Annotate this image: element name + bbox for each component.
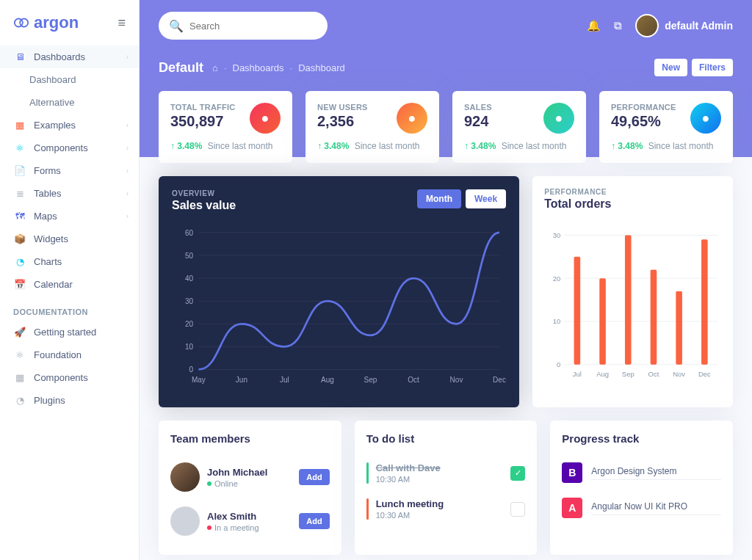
grid-icon[interactable]: ⧉ bbox=[614, 19, 622, 32]
nav-label: Widgets bbox=[34, 233, 68, 244]
nav-item-dashboards[interactable]: 🖥Dashboards› bbox=[0, 46, 139, 68]
crumb-0[interactable]: Dashboards bbox=[233, 62, 284, 73]
nav-item-foundation[interactable]: ⚛Foundation bbox=[0, 343, 139, 366]
nav-label: Charts bbox=[34, 256, 62, 267]
svg-text:Nov: Nov bbox=[450, 376, 463, 384]
grid-icon: ▦ bbox=[13, 372, 26, 383]
svg-point-1 bbox=[20, 19, 28, 27]
stat-delta: ↑ 3.48% Since last month bbox=[170, 141, 281, 151]
nav-item-calendar[interactable]: 📅Calendar bbox=[0, 273, 139, 296]
nav-item-getting-started[interactable]: 🚀Getting started bbox=[0, 321, 139, 343]
member-avatar bbox=[170, 506, 200, 536]
svg-text:Jul: Jul bbox=[280, 376, 289, 384]
nav-label: Maps bbox=[34, 211, 57, 222]
progress-name: Argon Design System bbox=[591, 466, 721, 480]
svg-text:30: 30 bbox=[553, 231, 561, 239]
todo-time: 10:30 AM bbox=[376, 475, 441, 484]
nav-item-charts[interactable]: ◔Charts bbox=[0, 250, 139, 273]
orders-pre: PERFORMANCE bbox=[544, 188, 611, 196]
menu-toggle-icon[interactable]: ≡ bbox=[118, 15, 126, 31]
home-icon[interactable]: ⌂ bbox=[212, 62, 218, 73]
add-member-button[interactable]: Add bbox=[299, 469, 329, 485]
bell-icon[interactable]: 🔔 bbox=[587, 19, 601, 32]
stat-card-total-traffic: TOTAL TRAFFIC350,897●↑ 3.48% Since last … bbox=[159, 91, 292, 163]
svg-text:Dec: Dec bbox=[698, 370, 711, 378]
todo-bar bbox=[366, 462, 369, 484]
stat-icon: ● bbox=[250, 103, 281, 134]
svg-text:Jul: Jul bbox=[573, 370, 582, 378]
stat-label: NEW USERS bbox=[317, 103, 368, 112]
nav-item-components[interactable]: ⚛Components› bbox=[0, 137, 139, 159]
search-box[interactable]: 🔍 bbox=[159, 12, 328, 40]
svg-text:40: 40 bbox=[185, 274, 194, 283]
svg-rect-43 bbox=[701, 239, 708, 364]
list-icon: ≣ bbox=[13, 188, 26, 199]
svg-text:60: 60 bbox=[185, 229, 194, 237]
svg-text:Dec: Dec bbox=[493, 376, 506, 384]
svg-text:Sep: Sep bbox=[364, 376, 377, 384]
rocket-icon: 🚀 bbox=[13, 327, 26, 338]
nav-item-widgets[interactable]: 📦Widgets bbox=[0, 228, 139, 250]
sales-chart-card: OVERVIEW Sales value Month Week 01020304… bbox=[159, 176, 519, 407]
chevron-right-icon: › bbox=[126, 189, 129, 197]
svg-text:10: 10 bbox=[553, 317, 561, 325]
nav-label: Getting started bbox=[34, 327, 96, 338]
nav-item-tables[interactable]: ≣Tables› bbox=[0, 182, 139, 205]
nav-label: Calendar bbox=[34, 279, 73, 290]
nav-item-plugins[interactable]: ◔Plugins bbox=[0, 389, 139, 412]
toggle-month[interactable]: Month bbox=[417, 189, 461, 208]
atom-icon: ⚛ bbox=[13, 349, 26, 360]
avatar bbox=[635, 14, 659, 37]
todo-bar bbox=[366, 498, 369, 520]
brand-logo[interactable]: argon bbox=[13, 13, 79, 32]
chevron-right-icon: › bbox=[126, 167, 129, 175]
member-status: Online bbox=[207, 479, 267, 488]
nav-label: Foundation bbox=[34, 349, 82, 360]
todo-checkbox[interactable] bbox=[510, 502, 525, 517]
nav-item-maps[interactable]: 🗺Maps› bbox=[0, 205, 139, 228]
todo-item[interactable]: Call with Dave10:30 AM✓ bbox=[366, 455, 526, 491]
crumb-1[interactable]: Dashboard bbox=[298, 62, 345, 73]
stat-card-performance: PERFORMANCE49,65%●↑ 3.48% Since last mon… bbox=[599, 91, 733, 163]
svg-rect-41 bbox=[651, 269, 657, 364]
chevron-right-icon: › bbox=[126, 212, 129, 220]
todo-time: 10:30 AM bbox=[376, 511, 444, 520]
todo-item[interactable]: Lunch meeting10:30 AM bbox=[366, 491, 526, 527]
cal-icon: 📅 bbox=[13, 279, 26, 290]
nav-item-dashboard[interactable]: Dashboard bbox=[0, 68, 139, 91]
sidebar: argon ≡ 🖥Dashboards›DashboardAlternative… bbox=[0, 0, 140, 560]
user-name: default Admin bbox=[665, 20, 733, 32]
team-member: Alex SmithIn a meetingAdd bbox=[170, 499, 330, 543]
new-button[interactable]: New bbox=[654, 59, 687, 76]
search-input[interactable] bbox=[189, 21, 317, 32]
add-member-button[interactable]: Add bbox=[299, 513, 329, 529]
svg-text:30: 30 bbox=[185, 297, 194, 305]
chevron-right-icon: › bbox=[126, 53, 129, 61]
grid-icon: ▦ bbox=[13, 120, 26, 131]
nav-item-alternative[interactable]: Alternative bbox=[0, 91, 139, 114]
member-name: John Michael bbox=[207, 467, 267, 478]
svg-text:20: 20 bbox=[553, 274, 561, 283]
todo-checkbox[interactable]: ✓ bbox=[510, 466, 525, 481]
user-menu[interactable]: default Admin bbox=[635, 14, 733, 37]
nav-item-components[interactable]: ▦Components bbox=[0, 366, 139, 389]
svg-text:10: 10 bbox=[185, 343, 194, 351]
filters-button[interactable]: Filters bbox=[692, 59, 733, 76]
nav-label: Components bbox=[34, 372, 88, 383]
pie-icon: ◔ bbox=[13, 395, 26, 406]
chevron-right-icon: › bbox=[126, 144, 129, 152]
sales-line-chart: 0102030405060MayJunJulAugSepOctNovDec bbox=[172, 218, 506, 394]
nav-item-examples[interactable]: ▦Examples› bbox=[0, 114, 139, 137]
stat-delta: ↑ 3.48% Since last month bbox=[464, 141, 574, 151]
nav-label: Tables bbox=[34, 188, 62, 199]
chevron-right-icon: › bbox=[126, 121, 129, 129]
progress-name: Angular Now UI Kit PRO bbox=[591, 501, 721, 515]
svg-rect-40 bbox=[625, 235, 632, 364]
nav-doc-header: DOCUMENTATION bbox=[0, 296, 139, 321]
toggle-week[interactable]: Week bbox=[466, 189, 506, 208]
nav-item-forms[interactable]: 📄Forms› bbox=[0, 159, 139, 182]
stat-value: 49,65% bbox=[611, 113, 676, 130]
progress-badge: A bbox=[562, 498, 582, 518]
todo-title-text: Lunch meeting bbox=[376, 498, 444, 509]
todo-card: To do list Call with Dave10:30 AM✓Lunch … bbox=[355, 421, 538, 555]
